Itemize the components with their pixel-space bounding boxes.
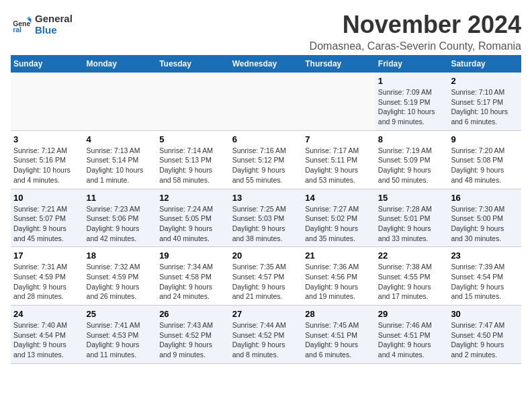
day-cell: 24Sunrise: 7:40 AM Sunset: 4:54 PM Dayli… [11,306,84,364]
day-number: 25 [87,309,154,319]
day-number: 16 [451,193,519,203]
day-cell: 30Sunrise: 7:47 AM Sunset: 4:50 PM Dayli… [448,306,521,364]
day-number: 20 [232,250,300,261]
day-info: Sunrise: 7:32 AM Sunset: 4:59 PM Dayligh… [87,262,154,302]
day-number: 11 [87,193,154,203]
day-number: 10 [13,193,81,203]
day-cell: 3Sunrise: 7:12 AM Sunset: 5:16 PM Daylig… [11,130,84,189]
day-cell: 15Sunrise: 7:28 AM Sunset: 5:01 PM Dayli… [375,189,449,247]
week-row-5: 24Sunrise: 7:40 AM Sunset: 4:54 PM Dayli… [11,306,521,364]
weekday-header-wednesday: Wednesday [230,55,303,73]
day-info: Sunrise: 7:46 AM Sunset: 4:51 PM Dayligh… [378,320,446,360]
day-cell: 8Sunrise: 7:19 AM Sunset: 5:09 PM Daylig… [375,130,449,189]
day-info: Sunrise: 7:41 AM Sunset: 4:53 PM Dayligh… [87,320,154,360]
day-cell: 2Sunrise: 7:10 AM Sunset: 5:17 PM Daylig… [448,73,521,130]
weekday-header-tuesday: Tuesday [157,55,230,73]
day-info: Sunrise: 7:35 AM Sunset: 4:57 PM Dayligh… [232,262,300,302]
day-number: 5 [159,134,227,144]
day-cell: 13Sunrise: 7:25 AM Sunset: 5:03 PM Dayli… [230,189,303,247]
calendar-table: SundayMondayTuesdayWednesdayThursdayFrid… [11,55,521,364]
day-number: 12 [159,193,227,203]
day-info: Sunrise: 7:25 AM Sunset: 5:03 PM Dayligh… [232,204,300,244]
week-row-4: 17Sunrise: 7:31 AM Sunset: 4:59 PM Dayli… [11,247,521,306]
day-info: Sunrise: 7:38 AM Sunset: 4:55 PM Dayligh… [378,262,446,302]
day-cell: 23Sunrise: 7:39 AM Sunset: 4:54 PM Dayli… [448,247,521,306]
week-row-1: 1Sunrise: 7:09 AM Sunset: 5:19 PM Daylig… [11,73,521,130]
day-cell: 10Sunrise: 7:21 AM Sunset: 5:07 PM Dayli… [11,189,84,247]
day-info: Sunrise: 7:24 AM Sunset: 5:05 PM Dayligh… [159,204,227,244]
day-cell: 26Sunrise: 7:43 AM Sunset: 4:52 PM Dayli… [157,306,230,364]
day-number: 22 [378,250,446,261]
day-cell: 12Sunrise: 7:24 AM Sunset: 5:05 PM Dayli… [157,189,230,247]
day-info: Sunrise: 7:14 AM Sunset: 5:13 PM Dayligh… [159,146,227,185]
weekday-header-monday: Monday [84,55,157,73]
day-number: 2 [451,76,519,86]
day-number: 6 [232,134,300,144]
day-info: Sunrise: 7:27 AM Sunset: 5:02 PM Dayligh… [305,204,373,244]
logo-text-blue: Blue [35,25,73,36]
day-cell: 29Sunrise: 7:46 AM Sunset: 4:51 PM Dayli… [375,306,449,364]
day-info: Sunrise: 7:47 AM Sunset: 4:50 PM Dayligh… [451,320,519,360]
day-info: Sunrise: 7:40 AM Sunset: 4:54 PM Dayligh… [13,320,81,360]
day-cell: 19Sunrise: 7:34 AM Sunset: 4:58 PM Dayli… [157,247,230,306]
day-cell: 16Sunrise: 7:30 AM Sunset: 5:00 PM Dayli… [448,189,521,247]
day-info: Sunrise: 7:16 AM Sunset: 5:12 PM Dayligh… [232,146,300,185]
day-cell: 6Sunrise: 7:16 AM Sunset: 5:12 PM Daylig… [230,130,303,189]
day-cell [230,73,303,130]
day-info: Sunrise: 7:44 AM Sunset: 4:52 PM Dayligh… [232,320,300,360]
day-cell: 18Sunrise: 7:32 AM Sunset: 4:59 PM Dayli… [84,247,157,306]
logo: Gene ral General Blue [11,13,73,36]
day-cell [157,73,230,130]
weekday-header-saturday: Saturday [448,55,521,73]
day-cell [84,73,157,130]
day-cell: 4Sunrise: 7:13 AM Sunset: 5:14 PM Daylig… [84,130,157,189]
day-cell: 25Sunrise: 7:41 AM Sunset: 4:53 PM Dayli… [84,306,157,364]
day-number: 18 [87,250,154,261]
day-number: 28 [305,309,373,319]
weekday-header-row: SundayMondayTuesdayWednesdayThursdayFrid… [11,55,521,73]
day-info: Sunrise: 7:31 AM Sunset: 4:59 PM Dayligh… [13,262,81,302]
day-info: Sunrise: 7:34 AM Sunset: 4:58 PM Dayligh… [159,262,227,302]
day-info: Sunrise: 7:28 AM Sunset: 5:01 PM Dayligh… [378,204,446,244]
day-cell: 27Sunrise: 7:44 AM Sunset: 4:52 PM Dayli… [230,306,303,364]
weekday-header-thursday: Thursday [302,55,375,73]
day-number: 23 [451,250,519,261]
header: Gene ral General Blue November 2024 Doma… [11,11,521,52]
day-number: 19 [159,250,227,261]
day-cell: 9Sunrise: 7:20 AM Sunset: 5:08 PM Daylig… [448,130,521,189]
day-number: 21 [305,250,373,261]
day-number: 13 [232,193,300,203]
day-info: Sunrise: 7:45 AM Sunset: 4:51 PM Dayligh… [305,320,373,360]
day-cell [11,73,84,130]
day-cell: 14Sunrise: 7:27 AM Sunset: 5:02 PM Dayli… [302,189,375,247]
day-number: 24 [13,309,81,319]
week-row-3: 10Sunrise: 7:21 AM Sunset: 5:07 PM Dayli… [11,189,521,247]
day-cell: 17Sunrise: 7:31 AM Sunset: 4:59 PM Dayli… [11,247,84,306]
title-area: November 2024 Domasnea, Caras-Severin Co… [310,11,521,52]
day-cell: 22Sunrise: 7:38 AM Sunset: 4:55 PM Dayli… [375,247,449,306]
week-row-2: 3Sunrise: 7:12 AM Sunset: 5:16 PM Daylig… [11,130,521,189]
day-info: Sunrise: 7:13 AM Sunset: 5:14 PM Dayligh… [87,146,154,185]
day-number: 7 [305,134,373,144]
logo-icon: Gene ral [11,14,32,36]
day-cell: 28Sunrise: 7:45 AM Sunset: 4:51 PM Dayli… [302,306,375,364]
svg-text:ral: ral [13,26,21,34]
day-number: 1 [378,76,446,86]
day-info: Sunrise: 7:09 AM Sunset: 5:19 PM Dayligh… [378,87,446,127]
day-cell: 7Sunrise: 7:17 AM Sunset: 5:11 PM Daylig… [302,130,375,189]
day-cell: 11Sunrise: 7:23 AM Sunset: 5:06 PM Dayli… [84,189,157,247]
day-number: 29 [378,309,446,319]
weekday-header-friday: Friday [375,55,449,73]
day-number: 3 [13,134,81,144]
day-number: 8 [378,134,446,144]
day-number: 30 [451,309,519,319]
day-info: Sunrise: 7:30 AM Sunset: 5:00 PM Dayligh… [451,204,519,244]
day-number: 14 [305,193,373,203]
day-cell: 5Sunrise: 7:14 AM Sunset: 5:13 PM Daylig… [157,130,230,189]
day-info: Sunrise: 7:17 AM Sunset: 5:11 PM Dayligh… [305,146,373,185]
day-number: 4 [87,134,154,144]
day-number: 17 [13,250,81,261]
day-cell: 21Sunrise: 7:36 AM Sunset: 4:56 PM Dayli… [302,247,375,306]
day-cell [302,73,375,130]
logo-text-general: General [35,13,73,25]
